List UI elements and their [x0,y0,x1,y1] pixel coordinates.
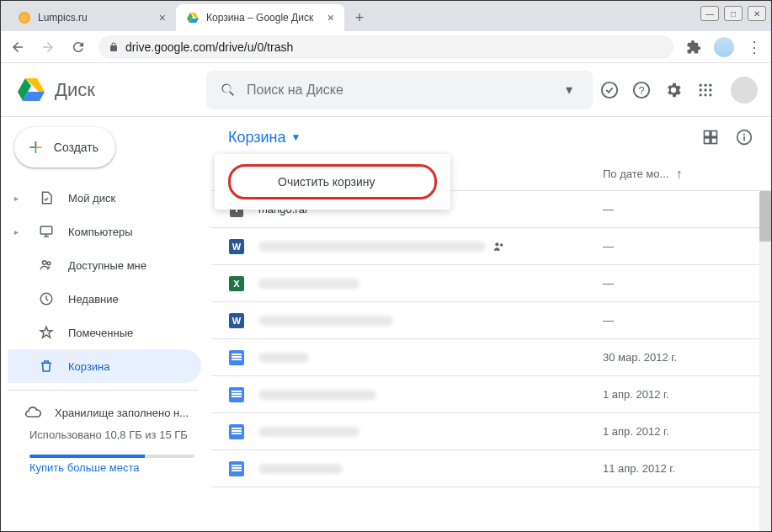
svg-point-10 [709,88,711,91]
svg-rect-14 [40,226,52,234]
file-date: — [603,240,754,253]
file-row[interactable]: 1 апр. 2012 г. [211,413,771,450]
url-text: drive.google.com/drive/u/0/trash [125,40,293,54]
svg-rect-20 [705,138,711,144]
dropdown-caret-icon: ▼ [291,131,301,143]
search-options-button[interactable]: ▾ [559,82,579,98]
maximize-button[interactable]: □ [724,6,743,21]
svg-point-9 [704,88,706,91]
app-name: Диск [55,79,95,101]
account-avatar[interactable] [731,77,758,104]
new-tab-button[interactable]: + [348,6,371,29]
breadcrumb[interactable]: Корзина ▼ [228,129,301,146]
sidebar-item-5[interactable]: ▸Корзина [8,349,201,383]
file-row[interactable]: W— [211,228,771,265]
drive-favicon [186,11,200,24]
file-row[interactable]: X— [211,265,771,302]
file-date: 1 апр. 2012 г. [603,425,754,438]
lock-icon [109,41,119,53]
sidebar-item-1[interactable]: ▸Компьютеры [8,215,201,248]
ready-offline-icon[interactable] [599,80,620,100]
gear-icon[interactable] [663,80,684,100]
nav-icon [38,324,55,341]
sort-arrow-icon: ↑ [675,167,682,182]
sidebar-item-4[interactable]: ▸Помеченные [8,316,201,349]
svg-point-23 [743,134,745,136]
file-date: — [603,277,754,290]
forward-button[interactable] [38,37,58,57]
svg-rect-21 [711,138,717,144]
buy-storage-link[interactable]: Купить больше места [29,461,194,474]
file-row[interactable]: W— [211,302,771,339]
back-button[interactable] [8,37,28,57]
nav-icon [38,290,55,307]
sidebar-item-2[interactable]: ▸Доступные мне [8,248,201,282]
minimize-button[interactable]: — [700,6,719,21]
nav-label: Недавние [68,293,119,306]
drive-logo-icon [14,73,48,107]
breadcrumb-label: Корзина [228,129,286,146]
close-icon[interactable]: × [327,11,334,24]
info-button[interactable] [734,127,754,147]
nav-label: Корзина [68,360,110,373]
content-area: Корзина ▼ Очистить корзину По дате мо...… [211,117,771,532]
file-type-icon: W [228,312,245,329]
svg-point-26 [500,243,503,246]
file-type-icon: W [228,238,245,255]
file-list: mango.rar—W—X—W—30 мар. 2012 г.1 апр. 20… [211,191,771,532]
sidebar-item-3[interactable]: ▸Недавние [8,282,201,316]
column-date[interactable]: По дате мо... ↑ [603,167,754,182]
browser-tab-active[interactable]: Корзина – Google Диск × [176,4,344,31]
empty-trash-menu-item[interactable]: Очистить корзину [228,164,437,200]
profile-avatar[interactable] [714,37,734,57]
drive-logo[interactable]: Диск [14,73,200,107]
svg-point-2 [602,82,617,97]
expand-arrow-icon: ▸ [14,194,24,203]
storage-title: Хранилище заполнено н... [55,407,189,419]
storage-section: Хранилище заполнено н... Использовано 10… [8,397,211,481]
nav-label: Помеченные [68,327,133,339]
scrollbar-thumb[interactable] [759,191,771,242]
nav-label: Мой диск [68,192,115,205]
file-row[interactable]: 30 мар. 2012 г. [211,339,771,376]
svg-point-15 [43,261,47,265]
file-row[interactable]: 1 апр. 2012 г. [211,376,771,413]
create-button[interactable]: Создать [14,127,115,168]
svg-point-7 [709,83,711,86]
scrollbar[interactable] [759,191,771,532]
browser-menu-button[interactable]: ⋮ [744,37,764,57]
file-date: 30 мар. 2012 г. [603,351,754,364]
plus-icon [28,137,44,157]
help-icon[interactable]: ? [631,80,652,100]
close-window-button[interactable]: ✕ [748,6,766,21]
file-row[interactable]: 11 апр. 2012 г. [211,450,771,487]
apps-grid-icon[interactable] [695,80,716,100]
svg-point-6 [704,83,706,86]
tab-title: Корзина – Google Диск [206,12,321,24]
sidebar-item-0[interactable]: ▸Мой диск [8,181,201,215]
grid-view-button[interactable] [700,127,721,147]
extensions-icon[interactable] [684,37,704,57]
svg-text:?: ? [638,83,644,96]
nav-icon [38,358,55,375]
svg-point-1 [20,13,29,22]
svg-point-5 [700,83,702,86]
sidebar: Создать ▸Мой диск▸Компьютеры▸Доступные м… [1,117,211,532]
nav-icon [38,257,55,274]
tab-title: Lumpics.ru [38,12,152,24]
svg-point-8 [700,88,702,91]
svg-rect-18 [705,131,711,137]
column-date-label: По дате мо... [603,168,668,180]
file-date: — [603,314,754,327]
search-box[interactable]: ▾ [206,71,593,109]
nav-icon [38,189,55,206]
browser-tab[interactable]: Lumpics.ru × [8,4,176,31]
file-type-icon [228,460,245,477]
reload-button[interactable] [68,37,88,57]
app-header: Диск ▾ ? [1,63,771,117]
cloud-icon [24,404,41,421]
url-input[interactable]: drive.google.com/drive/u/0/trash [98,35,674,59]
close-icon[interactable]: × [159,11,166,24]
file-type-icon [228,386,245,403]
search-input[interactable] [247,82,549,98]
